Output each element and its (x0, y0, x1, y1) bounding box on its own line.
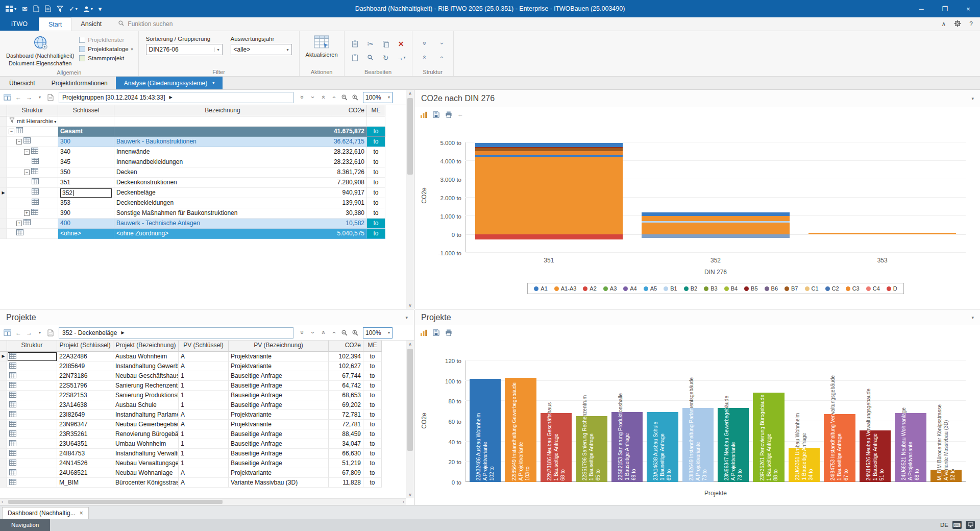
struktur-cell[interactable] (7, 458, 57, 468)
zoom-out-icon[interactable] (340, 92, 349, 103)
help-icon[interactable]: ? (969, 20, 973, 28)
scrollbar-thumb[interactable] (407, 349, 413, 451)
cell-co2e[interactable]: 139,901 (331, 198, 367, 208)
struktur-cell[interactable] (7, 381, 57, 391)
cell-co2e[interactable]: 8.361,726 (331, 167, 367, 178)
projekte-row[interactable]: 23R35261Renovierung Bürogebäude1Bauseiti… (0, 429, 406, 439)
cell-me[interactable]: to (363, 400, 382, 410)
column-header[interactable]: Projekt (Schlüssel) (57, 341, 113, 352)
expand-all-rows-icon[interactable]: « (296, 93, 307, 102)
cell-co2e[interactable]: 68,653 (329, 391, 363, 400)
projektgruppen-row[interactable]: −350Decken8.361,726to (0, 167, 406, 178)
row-gutter[interactable] (0, 361, 7, 371)
cell-me[interactable]: to (367, 229, 385, 239)
legend-item[interactable]: D (887, 285, 897, 292)
cell-projekt-bezeichnung[interactable]: Umbau Wohnheim (113, 439, 179, 449)
tab-uebersicht[interactable]: Übersicht (1, 77, 43, 89)
vertical-scrollbar[interactable]: ∧ ∨ (406, 341, 414, 498)
cell-co2e[interactable]: 11,828 (329, 478, 363, 488)
cell-schluessel[interactable]: 345 (58, 157, 114, 167)
nav-history-caret-icon[interactable]: ▾ (35, 327, 44, 339)
cell-pv-schluessel[interactable]: A (179, 420, 229, 429)
legend-item[interactable]: A4 (623, 285, 636, 292)
column-header[interactable]: ME (363, 341, 382, 352)
projektfenster-item[interactable]: Projektfenster (79, 37, 133, 43)
tree-cell[interactable] (7, 198, 58, 208)
cell-co2e[interactable]: 72,781 (329, 410, 363, 420)
row-gutter[interactable] (0, 458, 7, 468)
print-icon[interactable] (445, 111, 453, 118)
cell-projekt-schluessel[interactable]: 22I85649 (57, 361, 113, 371)
cell-pv-bezeichnung[interactable]: Bauseitige Anfrage (229, 449, 329, 458)
stacked-bar-segment[interactable] (808, 233, 956, 234)
tree-cell[interactable]: + (7, 219, 58, 229)
cell-me[interactable]: to (363, 420, 382, 429)
projektkataloge-item[interactable]: Projektkataloge▾ (79, 46, 133, 52)
edit-document-icon[interactable] (45, 5, 51, 12)
tree-cell[interactable]: − (7, 147, 58, 157)
zoom-level-combobox[interactable]: 100%▾ (363, 327, 393, 339)
legend-item[interactable]: A1-A3 (554, 285, 577, 292)
projektgruppen-row[interactable]: 351Deckenkonstruktionen7.280,908to (0, 178, 406, 188)
row-gutter[interactable] (0, 198, 7, 208)
document-tab-dashboard[interactable]: Dashboard (Nachhaltig... × (2, 507, 89, 519)
collapse-row-icon[interactable]: › (328, 93, 339, 102)
cell-pv-schluessel[interactable]: 1 (179, 381, 229, 391)
copy-icon[interactable] (380, 38, 392, 50)
scroll-up-icon[interactable]: ∧ (406, 342, 414, 347)
delete-icon[interactable]: ✕ (395, 38, 407, 50)
tab-projektinformationen[interactable]: Projektinformationen (43, 77, 116, 89)
cell-projekt-bezeichnung[interactable]: Neubau Geschäftshaus (113, 371, 179, 381)
cell-co2e[interactable]: 28.232,610 (331, 147, 367, 157)
sort-group-combobox[interactable]: DIN276-06▾ (146, 44, 223, 55)
cell-schluessel[interactable]: 390 (58, 208, 114, 219)
column-header[interactable]: CO2e (331, 105, 367, 116)
collapse-all-rows-icon[interactable]: » (317, 93, 329, 102)
new-document-icon[interactable] (33, 5, 39, 12)
cell-co2e[interactable]: 72,781 (329, 420, 363, 429)
nav-back-icon[interactable]: ← (14, 92, 23, 103)
tree-cell[interactable] (7, 229, 58, 239)
stacked-bar-segment[interactable] (642, 221, 789, 223)
legend-item[interactable]: C4 (866, 285, 880, 292)
panel-menu-caret-icon[interactable]: ▾ (971, 315, 974, 320)
cell-co2e[interactable]: 88,459 (329, 429, 363, 439)
cell-projekt-schluessel[interactable]: 23A14638 (57, 400, 113, 410)
cell-schluessel[interactable]: 351 (58, 178, 114, 188)
row-gutter[interactable] (0, 478, 7, 488)
paste-icon[interactable] (349, 38, 361, 50)
cell-projekt-schluessel[interactable]: 22A32486 (57, 352, 113, 361)
cell-bezeichnung[interactable]: Bauwerk - Technische Anlagen (114, 219, 331, 229)
cell-projekt-schluessel[interactable]: 23U64351 (57, 439, 113, 449)
cell-projekt-bezeichnung[interactable]: Ausbau Wohnheim (113, 352, 179, 361)
gear-icon[interactable] (954, 20, 961, 29)
cell-projekt-schluessel[interactable]: 22S82153 (57, 391, 113, 400)
projektgruppen-row[interactable]: +400Bauwerk - Technische Anlagen10,582to (0, 219, 406, 229)
scroll-down-icon[interactable]: ∨ (406, 303, 414, 308)
collapse-ribbon-icon[interactable]: ∧ (942, 20, 946, 28)
row-gutter[interactable] (0, 219, 7, 229)
chart-settings-icon[interactable] (420, 111, 428, 118)
row-gutter[interactable] (0, 449, 7, 458)
projektgruppen-row[interactable]: ▶352Deckenbeläge940,917to (0, 188, 406, 198)
expand-row-icon[interactable]: ‹ (307, 93, 318, 102)
cell-pv-bezeichnung[interactable]: Projektvariante (229, 352, 329, 361)
project-bar[interactable]: 22S82153 Sanierung Produktionshalle 1 Ba… (611, 360, 643, 482)
cell-pv-schluessel[interactable]: 1 (179, 429, 229, 439)
project-bar[interactable]: 22N73186 Neubau Geschäftshaus 1 Bauseiti… (541, 360, 572, 482)
collapse-node-icon[interactable]: − (24, 149, 30, 155)
scroll-down-icon[interactable]: ∨ (406, 492, 414, 497)
cell-co2e[interactable]: 7.280,908 (331, 178, 367, 188)
column-header[interactable]: CO2e (329, 341, 363, 352)
row-gutter[interactable]: ▶ (0, 188, 7, 198)
cell-me[interactable]: to (363, 468, 382, 478)
row-gutter[interactable]: ▶ (0, 352, 7, 361)
save-icon[interactable] (432, 111, 440, 118)
cell-pv-schluessel[interactable]: A (179, 478, 229, 488)
projekte-row[interactable]: ▶22A32486Ausbau WohnheimAProjektvariante… (0, 352, 406, 361)
row-gutter[interactable] (0, 420, 7, 429)
document-properties-button[interactable]: Dashboard (Nachhaltigkeit) Dokument-Eige… (3, 33, 77, 68)
projekte-row[interactable]: 23N96347Neubau GewerbegebäudeAProjektvar… (0, 420, 406, 429)
cell-me[interactable]: to (363, 391, 382, 400)
project-bar[interactable]: 24N14526 Neubau Verwaltungsgebäude 1 Bau… (860, 360, 891, 482)
